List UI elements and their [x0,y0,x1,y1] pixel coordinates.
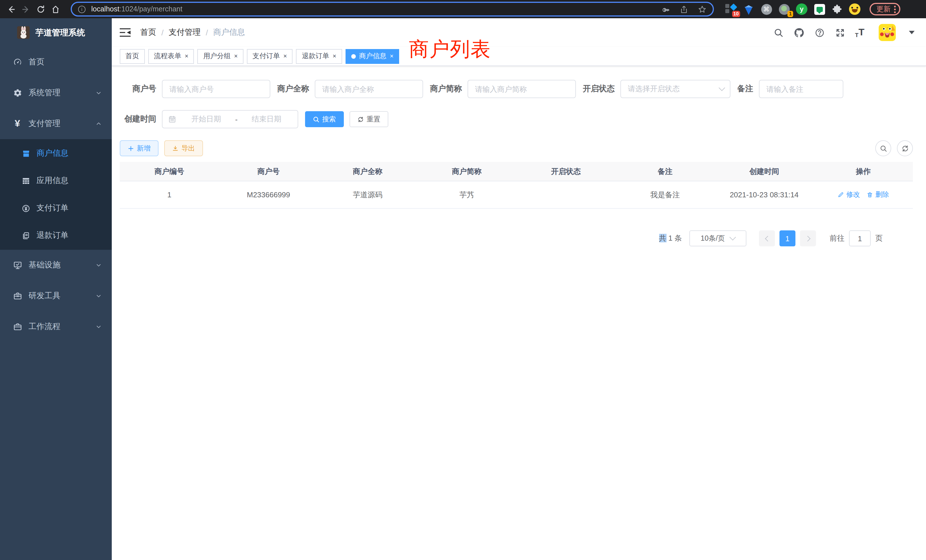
extensions-puzzle-icon[interactable] [831,3,843,15]
filter-row-1: 商户号 商户全称 商户简称 开启状态 请选择开启状态 备注 [120,80,913,98]
profile-avatar-icon[interactable] [849,3,861,15]
page-unit-label: 页 [875,233,883,244]
logo-avatar [17,26,30,39]
github-icon[interactable] [793,27,804,38]
document-copy-icon [21,231,30,240]
extensions-cluster: 10 ⌘ 1 y [725,3,861,15]
short-name-input[interactable] [468,80,576,98]
extension-5-icon[interactable]: y [796,3,807,15]
site-info-icon[interactable] [78,5,86,13]
goto-page-input[interactable] [849,230,871,246]
col-actions: 操作 [814,166,913,177]
browser-menu-icon[interactable] [894,5,896,13]
help-icon[interactable] [814,27,825,38]
chevron-down-icon [729,234,736,241]
end-date-placeholder[interactable]: 结束日期 [241,114,292,124]
page-number-1[interactable]: 1 [779,230,796,246]
sidebar-item-system[interactable]: 系统管理 [0,77,112,108]
full-name-input[interactable] [315,80,423,98]
delete-button[interactable]: 删除 [867,190,889,200]
extension-1-icon[interactable]: 10 [725,3,737,15]
add-button[interactable]: 新增 [120,140,159,156]
close-icon[interactable] [185,53,188,59]
tab-refund-order[interactable]: 退款订单 [296,49,342,64]
app-logo[interactable]: 芋道管理系统 [0,18,112,47]
breadcrumb-pay[interactable]: 支付管理 [169,27,201,38]
app-title: 芋道管理系统 [35,27,85,38]
address-bar[interactable]: localhost:1024/pay/merchant [71,2,714,17]
sidebar-item-label: 工作流程 [29,322,61,332]
remark-input[interactable] [759,80,843,98]
sidebar-item-label: 商户信息 [36,148,68,159]
status-select[interactable]: 请选择开启状态 [620,80,731,98]
extension-6-icon[interactable] [814,3,825,15]
close-icon[interactable] [234,53,238,59]
breadcrumb-home[interactable]: 首页 [140,27,156,38]
page-size-select[interactable]: 10条/页 [689,230,746,246]
export-button[interactable]: 导出 [164,140,203,156]
grid-icon [21,176,30,185]
font-size-icon[interactable] [855,27,864,38]
briefcase-icon [12,322,22,331]
sidebar-item-app-info[interactable]: 应用信息 [0,167,112,194]
extension-4-icon[interactable]: 1 [778,3,790,15]
home-icon[interactable] [49,3,62,15]
cell-remark: 我是备注 [616,190,715,200]
start-date-placeholder[interactable]: 开始日期 [181,114,232,124]
top-navbar: 首页 / 支付管理 / 商户信息 [112,18,926,47]
back-icon[interactable] [5,3,17,15]
col-merchant-id: 商户编号 [120,166,219,177]
show-search-toggle-icon[interactable] [875,140,891,156]
sidebar-item-merchant-info[interactable]: 商户信息 [0,140,112,167]
table-tools [875,140,913,156]
sidebar-item-refund-order[interactable]: 退款订单 [0,222,112,249]
tab-merchant-info[interactable]: 商户信息 [345,49,399,64]
fullscreen-icon[interactable] [834,27,845,38]
user-menu-caret-icon[interactable] [909,31,915,34]
screenshot-root: localhost:1024/pay/merchant 10 ⌘ [0,0,926,560]
sidebar-item-infrastructure[interactable]: 基础设施 [0,250,112,281]
close-icon[interactable] [390,53,394,59]
prev-page-button[interactable] [759,230,775,246]
edit-button[interactable]: 修改 [838,190,860,200]
chevron-left-icon [765,236,770,241]
tab-pay-order[interactable]: 支付订单 [247,49,293,64]
forward-icon[interactable] [20,3,32,15]
sidebar-item-pay-order[interactable]: 支付订单 [0,194,112,222]
reload-icon[interactable] [34,3,47,15]
extension-3-icon[interactable]: ⌘ [761,3,772,15]
yen-circle-icon [21,204,30,213]
saved-password-key-icon[interactable] [661,5,670,14]
tab-user-group[interactable]: 用户分组 [198,49,244,64]
browser-update-button[interactable]: 更新 [870,3,900,15]
sidebar-item-pay[interactable]: 支付管理 [0,108,112,139]
sidebar-item-label: 支付订单 [36,203,68,213]
sidebar-item-dev-tools[interactable]: 研发工具 [0,281,112,311]
chevron-down-icon [96,262,101,268]
sidebar: 芋道管理系统 首页 系统管理 支 [0,18,112,560]
search-button[interactable]: 搜索 [305,111,344,127]
short-name-label: 商户简称 [430,84,462,94]
create-time-range-picker[interactable]: 开始日期 - 结束日期 [162,110,298,128]
bookmark-star-icon[interactable] [698,5,707,14]
tab-home[interactable]: 首页 [120,49,145,64]
reset-button[interactable]: 重置 [350,111,388,127]
close-icon[interactable] [283,53,287,59]
next-page-button[interactable] [800,230,816,246]
tags-view-bar: 首页 流程表单 用户分组 支付订单 退款订单 商户信息 [112,47,926,66]
user-avatar[interactable] [879,24,896,41]
sidebar-item-workflow[interactable]: 工作流程 [0,311,112,342]
share-icon[interactable] [680,5,688,14]
refresh-icon[interactable] [897,140,913,156]
sidebar-item-label: 系统管理 [29,88,61,98]
sidebar-item-home[interactable]: 首页 [0,47,112,77]
pagination-total: 共 1 条 [659,233,682,244]
tab-process-form[interactable]: 流程表单 [148,49,194,64]
extension-2-icon[interactable] [743,3,754,15]
sidebar-fold-icon[interactable] [120,28,130,37]
search-icon[interactable] [773,27,784,38]
close-icon[interactable] [333,53,336,59]
breadcrumb: 首页 / 支付管理 / 商户信息 [140,27,245,38]
url-host: localhost [91,5,120,13]
merchant-no-input[interactable] [162,80,270,98]
